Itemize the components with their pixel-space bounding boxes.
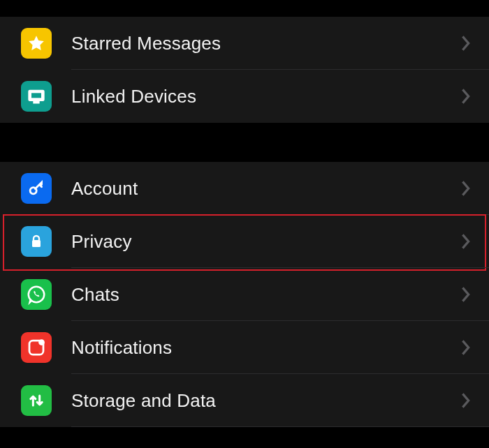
row-chats[interactable]: Chats — [0, 268, 489, 321]
chevron-right-icon — [460, 234, 471, 249]
row-storage-data[interactable]: Storage and Data — [0, 374, 489, 427]
monitor-icon — [21, 81, 52, 112]
row-linked-devices[interactable]: Linked Devices — [0, 70, 489, 123]
row-account[interactable]: Account — [0, 162, 489, 215]
row-privacy[interactable]: Privacy — [0, 215, 489, 268]
whatsapp-icon — [21, 279, 52, 310]
row-label: Storage and Data — [71, 390, 460, 412]
updown-icon — [21, 385, 52, 416]
star-icon — [21, 28, 52, 59]
svg-rect-4 — [32, 240, 41, 247]
chevron-right-icon — [460, 181, 471, 196]
chevron-right-icon — [460, 340, 471, 355]
divider — [71, 426, 489, 427]
notification-icon — [21, 332, 52, 363]
row-label: Linked Devices — [71, 86, 460, 107]
row-label: Privacy — [71, 231, 460, 253]
lock-icon — [21, 226, 52, 257]
chevron-right-icon — [460, 287, 471, 302]
svg-rect-1 — [31, 92, 42, 98]
chevron-right-icon — [460, 393, 471, 408]
settings-group-2: Account Privacy Chats — [0, 162, 489, 427]
row-notifications[interactable]: Notifications — [0, 321, 489, 374]
row-label: Starred Messages — [71, 33, 460, 54]
settings-group-1: Starred Messages Linked Devices — [0, 17, 489, 123]
row-label: Chats — [71, 284, 460, 306]
row-label: Account — [71, 178, 460, 200]
chevron-right-icon — [460, 89, 471, 104]
key-icon — [21, 173, 52, 204]
row-starred-messages[interactable]: Starred Messages — [0, 17, 489, 70]
chevron-right-icon — [460, 36, 471, 51]
svg-point-7 — [38, 339, 45, 345]
row-label: Notifications — [71, 337, 460, 359]
svg-rect-2 — [34, 101, 39, 103]
